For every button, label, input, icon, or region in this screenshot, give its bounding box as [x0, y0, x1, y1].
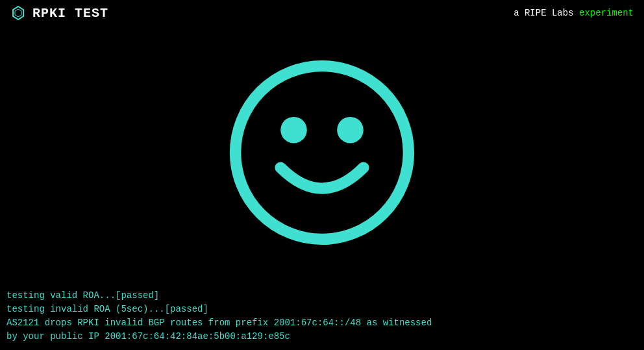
console-line-2: testing invalid ROA (5sec)...[passed] [6, 303, 638, 316]
svg-marker-0 [13, 6, 23, 19]
smiley-container [0, 32, 644, 273]
logo-icon [10, 5, 26, 21]
svg-marker-1 [15, 9, 21, 17]
smiley-face-icon [228, 58, 416, 247]
svg-point-4 [337, 117, 364, 144]
console-output: testing valid ROA...[passed] testing inv… [6, 289, 638, 344]
experiment-label: experiment [579, 8, 634, 18]
console-line-4: by your public IP 2001:67c:64:42:84ae:5b… [6, 330, 638, 344]
header: RPKI TEST a RIPE Labs experiment [0, 0, 644, 26]
console-line-3: AS2121 drops RPKI invalid BGP routes fro… [6, 316, 638, 330]
header-left: RPKI TEST [10, 5, 108, 21]
svg-point-3 [280, 117, 307, 144]
passed-badge-2: [passed] [165, 304, 208, 314]
passed-badge-1: [passed] [116, 290, 159, 301]
header-subtitle: a RIPE Labs experiment [514, 8, 634, 18]
app-title: RPKI TEST [32, 6, 108, 21]
console-line-1: testing valid ROA...[passed] [6, 289, 638, 303]
svg-point-2 [236, 66, 409, 240]
subtitle-text: a RIPE Labs [514, 8, 579, 18]
